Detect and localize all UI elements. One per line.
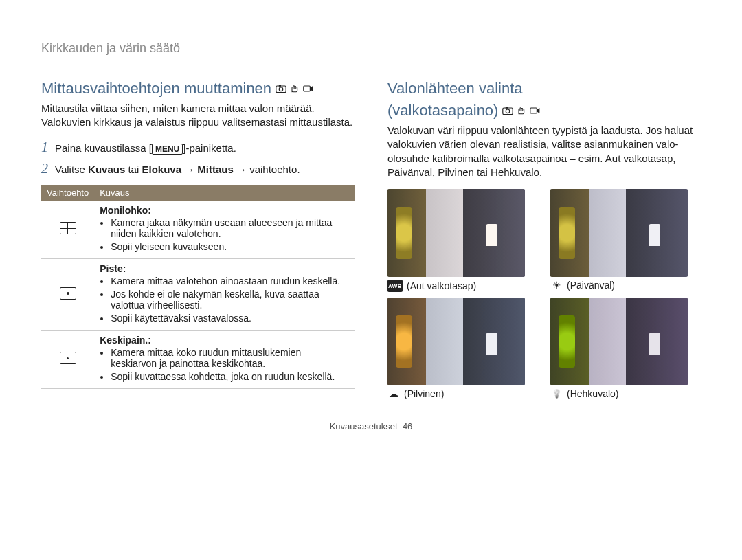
- wb-label-text: (Hehkuvalo): [567, 388, 618, 399]
- option-description-cell: Keskipain.:Kamera mittaa koko ruudun mit…: [94, 330, 355, 388]
- bulb-icon: [550, 388, 563, 399]
- svg-rect-3: [304, 86, 311, 91]
- wb-label-text: (Pilvinen): [404, 388, 444, 399]
- intro-metering: Mittaustila viittaa siihen, miten kamera…: [41, 102, 355, 130]
- table-row: Keskipain.:Kamera mittaa koko ruudun mit…: [41, 330, 355, 388]
- right-column: Valonlähteen valinta (valkotasapaino): [387, 80, 701, 399]
- footer-page-number: 46: [403, 421, 412, 432]
- option-bullets: Kamera mittaa koko ruudun mittauslukemie…: [100, 347, 349, 382]
- multi-metering-icon: [60, 222, 76, 234]
- section-title-metering: Mittausvaihtoehtojen muuttaminen: [41, 80, 355, 98]
- bullet-item: Sopii käytettäväksi vastavalossa.: [111, 313, 349, 324]
- bullet-item: Kamera mittaa valotehon ainoastaan ruudu…: [111, 276, 349, 287]
- step-number: 2: [41, 161, 48, 177]
- footer-section: Kuvausasetukset: [330, 421, 398, 432]
- th-option: Vaihtoehto: [41, 185, 94, 201]
- bullet-item: Kamera mittaa koko ruudun mittauslukemie…: [111, 347, 349, 369]
- svg-point-1: [279, 87, 283, 91]
- dot-metering-icon: [60, 287, 76, 300]
- section-title-line1: Valonlähteen valinta: [387, 80, 523, 98]
- photo-mode-icon: [276, 84, 286, 93]
- svg-rect-6: [506, 107, 508, 108]
- wb-label: (Hehkuvalo): [550, 388, 701, 399]
- wb-item-cloud: (Pilvinen): [387, 298, 538, 399]
- mode-icons-left: [276, 84, 314, 93]
- metering-options-table: Vaihtoehto Kuvaus Monilohko:Kamera jakaa…: [41, 185, 355, 389]
- left-column: Mittausvaihtoehtojen muuttaminen Mittaus…: [41, 80, 355, 399]
- option-description-cell: Monilohko:Kamera jakaa näkymän useaan al…: [94, 201, 355, 259]
- section-title-wb: Valonlähteen valinta (valkotasapaino): [387, 80, 701, 120]
- svg-rect-2: [279, 85, 281, 86]
- wb-label-text: (Päivänval): [567, 280, 615, 291]
- breadcrumb: Kirkkauden ja värin säätö: [41, 41, 701, 60]
- wb-item-bulb: (Hehkuvalo): [550, 298, 701, 399]
- video-mode-icon: [303, 84, 314, 93]
- option-icon-cell: [41, 330, 94, 388]
- video-mode-icon: [530, 106, 541, 115]
- photo-mode-icon: [502, 106, 513, 115]
- awb-icon: AWB: [387, 280, 403, 292]
- hand-mode-icon: [289, 84, 300, 93]
- option-icon-cell: [41, 258, 94, 330]
- option-bullets: Kamera mittaa valotehon ainoastaan ruudu…: [100, 276, 349, 324]
- bullet-item: Jos kohde ei ole näkymän keskellä, kuva …: [111, 289, 349, 311]
- option-description-cell: Piste:Kamera mittaa valotehon ainoastaan…: [94, 258, 355, 330]
- svg-rect-7: [530, 108, 537, 113]
- section-title-line2: (valkotasapaino): [387, 102, 498, 120]
- option-title: Keskipain.:: [100, 335, 349, 346]
- wb-item-sun: (Päivänval): [550, 189, 701, 292]
- menu-button-label: MENU: [152, 144, 183, 155]
- svg-point-5: [506, 109, 510, 113]
- wb-sample-photo: [550, 189, 688, 277]
- table-row: Monilohko:Kamera jakaa näkymän useaan al…: [41, 201, 355, 259]
- section-title-text: Mittausvaihtoehtojen muuttaminen: [41, 80, 271, 98]
- step-number: 1: [41, 139, 48, 155]
- step-text: Valitse Kuvaus tai Elokuva → Mittaus → v…: [55, 164, 300, 175]
- step-2: 2 Valitse Kuvaus tai Elokuva → Mittaus →…: [41, 161, 355, 177]
- wb-label: (Päivänval): [550, 280, 701, 291]
- option-title: Piste:: [100, 263, 349, 274]
- intro-wb: Valokuvan väri riippuu valonlähteen tyyp…: [387, 124, 701, 179]
- wb-sample-photo: [387, 298, 525, 385]
- bullet-item: Kamera jakaa näkymän useaan alueeseen ja…: [111, 217, 349, 239]
- option-bullets: Kamera jakaa näkymän useaan alueeseen ja…: [100, 217, 349, 252]
- page-footer: Kuvausasetukset 46: [41, 421, 701, 432]
- bullet-item: Sopii yleiseen kuvaukseen.: [111, 241, 349, 252]
- step-1: 1 Paina kuvaustilassa [MENU]-painiketta.: [41, 139, 355, 155]
- wb-label: AWB(Aut valkotasap): [387, 280, 538, 292]
- wb-label: (Pilvinen): [387, 388, 538, 399]
- option-icon-cell: [41, 201, 94, 259]
- step-text: Paina kuvaustilassa [MENU]-painiketta.: [55, 142, 236, 155]
- center-metering-icon: [60, 352, 76, 364]
- wb-item-awb: AWB(Aut valkotasap): [387, 189, 538, 292]
- option-title: Monilohko:: [100, 205, 349, 216]
- sun-icon: [550, 280, 563, 291]
- steps-list: 1 Paina kuvaustilassa [MENU]-painiketta.…: [41, 139, 355, 177]
- mode-icons-right: [502, 106, 541, 115]
- wb-sample-photo: [550, 298, 688, 385]
- wb-label-text: (Aut valkotasap): [407, 280, 476, 291]
- hand-mode-icon: [516, 106, 527, 115]
- white-balance-grid: AWB(Aut valkotasap)(Päivänval)(Pilvinen)…: [387, 189, 701, 399]
- table-row: Piste:Kamera mittaa valotehon ainoastaan…: [41, 258, 355, 330]
- bullet-item: Sopii kuvattaessa kohdetta, joka on ruud…: [111, 371, 349, 382]
- cloud-icon: [387, 388, 400, 399]
- wb-sample-photo: [387, 189, 525, 277]
- th-description: Kuvaus: [94, 185, 355, 201]
